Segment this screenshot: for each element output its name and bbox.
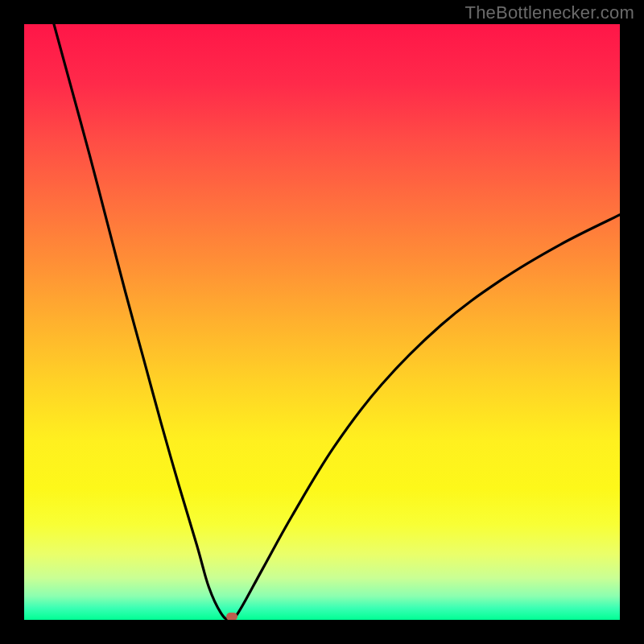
watermark-text: TheBottlenecker.com [465,2,634,23]
vertex-marker [226,613,237,620]
plot-area [24,24,620,620]
curve-path [54,24,620,620]
bottleneck-curve [24,24,620,620]
chart-frame: TheBottlenecker.com [0,0,644,644]
